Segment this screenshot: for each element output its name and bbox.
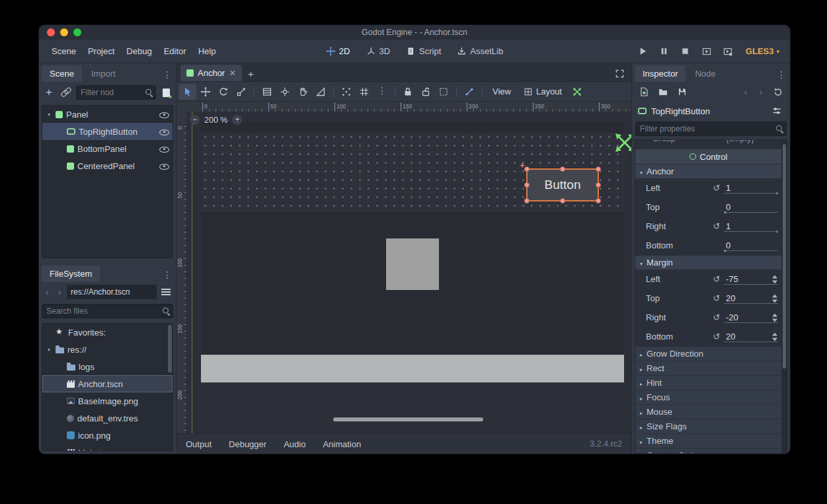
- file-tree-row[interactable]: Main.tscn: [42, 444, 173, 451]
- file-tree-row[interactable]: BaseImage.png: [42, 392, 173, 410]
- section-header-anchor[interactable]: Anchor: [635, 164, 781, 178]
- lock-object-button[interactable]: [399, 84, 416, 100]
- history-back-icon[interactable]: ‹: [42, 287, 52, 297]
- load-resource-button[interactable]: [656, 85, 670, 99]
- filesystem-menu-icon[interactable]: ⋮: [161, 270, 173, 282]
- revert-icon[interactable]: [711, 312, 723, 322]
- collapsed-section-header[interactable]: Theme: [635, 434, 781, 448]
- tree-caret-icon[interactable]: [46, 347, 52, 353]
- selection-handle[interactable]: [596, 166, 601, 172]
- scene-filter-input[interactable]: [76, 85, 156, 100]
- file-tree-row[interactable]: logs: [42, 358, 173, 375]
- history-back-button[interactable]: ‹: [740, 87, 751, 97]
- property-value-field[interactable]: -75: [723, 272, 779, 286]
- zoom-level[interactable]: 200 %: [204, 116, 227, 125]
- add-node-button[interactable]: [42, 85, 56, 100]
- revert-icon[interactable]: [711, 274, 723, 284]
- dock-tab[interactable]: Import: [83, 65, 124, 82]
- group-object-button[interactable]: [435, 84, 452, 100]
- pan-tool-button[interactable]: [294, 84, 311, 100]
- inspector-scrollbar[interactable]: [782, 140, 787, 453]
- spinner-icon[interactable]: [772, 313, 778, 322]
- viewport-canvas[interactable]: 050100150200250300 050100150200 Button: [177, 102, 631, 433]
- tab-assetlib[interactable]: AssetLib: [451, 44, 509, 59]
- new-resource-button[interactable]: [637, 85, 651, 99]
- tree-caret-icon[interactable]: [46, 112, 52, 118]
- file-tree-row[interactable]: res://: [42, 341, 173, 358]
- scene-tree-row[interactable]: TopRightButton: [42, 123, 173, 140]
- attach-script-button[interactable]: [159, 85, 173, 100]
- history-forward-icon[interactable]: ›: [54, 287, 65, 297]
- distraction-free-button[interactable]: [615, 69, 625, 79]
- pause-button[interactable]: [657, 44, 672, 59]
- revert-icon[interactable]: [711, 183, 723, 193]
- bottom-panel-tab[interactable]: Audio: [284, 439, 305, 449]
- spinner-icon[interactable]: [772, 332, 778, 341]
- collapsed-section-header[interactable]: Custom Styles: [635, 449, 781, 454]
- visibility-eye-icon[interactable]: [159, 110, 169, 120]
- visibility-eye-icon[interactable]: [159, 127, 169, 137]
- play-button[interactable]: [636, 44, 650, 59]
- ruler-mode-button[interactable]: [312, 84, 329, 100]
- property-value-field[interactable]: 1: [723, 181, 779, 195]
- file-tree-row[interactable]: icon.png: [42, 427, 173, 444]
- bottom-panel-rect[interactable]: [201, 355, 624, 382]
- horizontal-scrollbar[interactable]: [333, 417, 483, 421]
- object-tools-button[interactable]: [769, 104, 784, 118]
- spinner-icon[interactable]: [772, 294, 778, 303]
- anchor-presets-button[interactable]: [569, 84, 586, 100]
- collapsed-section-header[interactable]: Focus: [635, 390, 781, 404]
- collapsed-section-header[interactable]: Grow Direction: [635, 347, 781, 361]
- scene-tab-anchor[interactable]: Anchor ✕: [180, 65, 242, 81]
- selection-handle[interactable]: [524, 182, 530, 188]
- ruler-horizontal[interactable]: 050100150200250300: [186, 102, 631, 112]
- object-history-button[interactable]: [771, 85, 785, 99]
- filesystem-display-mode-button[interactable]: [159, 285, 173, 299]
- bottom-panel-tab[interactable]: Animation: [323, 439, 361, 449]
- rotate-tool-button[interactable]: [215, 84, 232, 100]
- tab-3d[interactable]: 3D: [360, 44, 396, 59]
- property-value-field[interactable]: 20: [723, 330, 779, 343]
- instance-scene-button[interactable]: [59, 85, 73, 100]
- visibility-eye-icon[interactable]: [159, 144, 169, 154]
- revert-icon[interactable]: [711, 293, 723, 303]
- renderer-dropdown[interactable]: GLES3 ▾: [742, 44, 783, 58]
- dock-menu-icon[interactable]: ⋮: [775, 69, 787, 82]
- filesystem-tab[interactable]: FileSystem: [42, 266, 100, 282]
- file-tree-row[interactable]: Favorites:: [42, 324, 173, 341]
- selected-button-node[interactable]: Button +: [526, 168, 599, 201]
- scale-tool-button[interactable]: [233, 84, 250, 100]
- tab-2d[interactable]: 2D: [320, 44, 356, 59]
- selection-handle[interactable]: [560, 166, 565, 172]
- bottom-panel-tab[interactable]: Debugger: [229, 439, 266, 449]
- dock-tab[interactable]: Scene: [42, 65, 82, 82]
- file-tree-scrollbar[interactable]: [168, 325, 172, 373]
- property-value-field[interactable]: -20: [723, 310, 779, 324]
- zoom-out-button[interactable]: −: [190, 115, 200, 125]
- menu-item[interactable]: Scene: [46, 43, 82, 59]
- revert-icon[interactable]: [711, 332, 723, 342]
- collapsed-section-header[interactable]: Size Flags: [635, 419, 781, 433]
- property-value-field[interactable]: 20: [723, 291, 779, 305]
- close-button[interactable]: [47, 28, 55, 36]
- history-forward-button[interactable]: ›: [756, 87, 766, 97]
- property-value-field[interactable]: 1: [723, 219, 779, 233]
- show-selection-list-button[interactable]: [258, 84, 276, 100]
- move-tool-button[interactable]: [197, 84, 214, 100]
- collapsed-section-header[interactable]: Rect: [635, 361, 781, 375]
- select-tool-button[interactable]: [179, 84, 196, 100]
- property-value-field[interactable]: 0: [723, 200, 779, 214]
- scrollbar-thumb[interactable]: [783, 144, 786, 369]
- dock-tab[interactable]: Node: [687, 65, 723, 82]
- bottom-panel-tab[interactable]: Output: [186, 439, 212, 449]
- position-crosshair-button[interactable]: [276, 84, 294, 100]
- ruler-vertical[interactable]: 050100150200: [177, 112, 187, 433]
- menu-item[interactable]: Debug: [120, 43, 157, 59]
- dock-menu-icon[interactable]: ⋮: [161, 69, 173, 82]
- scene-tree-row[interactable]: BottomPanel: [42, 140, 173, 157]
- anchor-gizmo-icon[interactable]: [613, 131, 631, 154]
- dock-tab[interactable]: Inspector: [635, 65, 686, 82]
- selection-handle[interactable]: [560, 198, 565, 203]
- scene-tree-row[interactable]: CenteredPanel: [42, 157, 173, 174]
- minimize-button[interactable]: [60, 28, 68, 36]
